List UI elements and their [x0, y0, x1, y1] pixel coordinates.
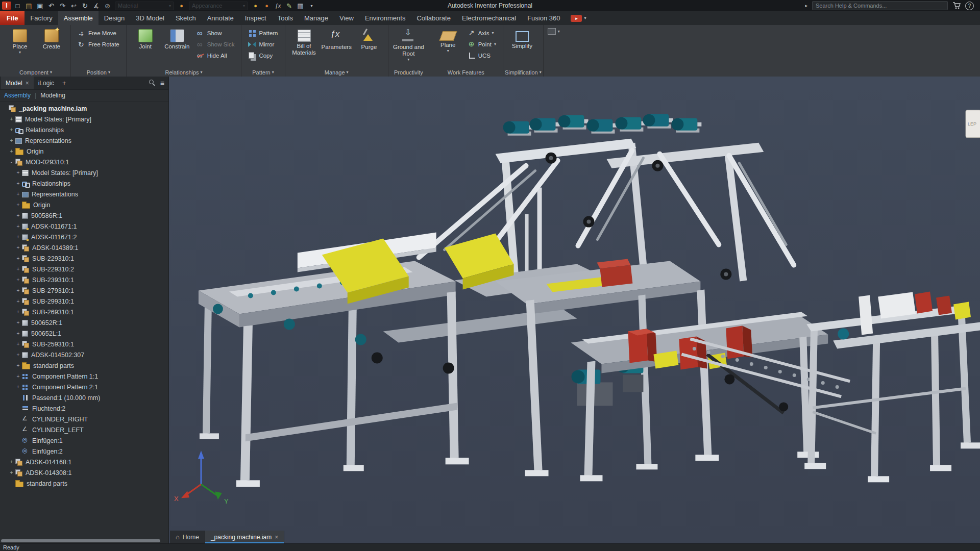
chevron-down-icon[interactable]: ▾: [492, 31, 494, 35]
tree-item-representations[interactable]: +Representations: [0, 189, 168, 199]
panel-footer-relationships[interactable]: Relationships▾: [128, 68, 240, 77]
browser-horizontal-scrollbar[interactable]: [0, 538, 168, 543]
expand-icon[interactable]: +: [15, 223, 21, 229]
panel-footer-pattern[interactable]: Pattern▾: [243, 68, 283, 77]
show-button[interactable]: Show: [193, 28, 238, 38]
close-icon[interactable]: ×: [275, 534, 278, 541]
tree-item-500652r-1[interactable]: +500652R:1: [0, 317, 168, 328]
scrollbar-thumb[interactable]: [1, 539, 160, 542]
appearance-ball-1-icon[interactable]: ●: [251, 1, 260, 10]
expand-icon[interactable]: +: [9, 127, 14, 133]
ribbon-tab-assemble[interactable]: Assemble: [58, 11, 99, 25]
inventor-logo[interactable]: I: [2, 2, 11, 10]
expand-icon[interactable]: +: [15, 234, 21, 240]
tree-item-relationships[interactable]: +Relationships: [0, 124, 168, 135]
save-icon[interactable]: ▣: [35, 1, 45, 10]
chevron-down-icon[interactable]: ▾: [447, 48, 449, 53]
open-file-icon[interactable]: ▤: [24, 1, 34, 10]
tree-item-adsk-011671-1[interactable]: +ADSK-011671:1: [0, 221, 168, 232]
tree-item-500586r-1[interactable]: +500586R:1: [0, 210, 168, 221]
measure-icon[interactable]: ∡: [91, 1, 101, 10]
parameters-button[interactable]: Parameters: [321, 27, 353, 51]
panel-footer-work-features[interactable]: Work Features: [431, 68, 501, 77]
hide-all-button[interactable]: Hide All: [193, 50, 238, 61]
point-button[interactable]: Point▾: [464, 39, 499, 49]
tree-item-component-pattern-1-1[interactable]: +Component Pattern 1:1: [0, 371, 168, 382]
tree-item-sub-279310-1[interactable]: +SUB-279310:1: [0, 285, 168, 296]
tree-item-sub-229310-1[interactable]: +SUB-229310:1: [0, 253, 168, 264]
tree-item-mod-029310-1[interactable]: -MOD-029310:1: [0, 157, 168, 167]
tree-item-passend-1-10-000-mm[interactable]: Passend:1 (10.000 mm): [0, 392, 168, 403]
expand-icon[interactable]: +: [15, 202, 21, 208]
search-expand-icon[interactable]: ▸: [805, 3, 807, 8]
ribbon-tab-fusion-360[interactable]: Fusion 360: [522, 11, 566, 25]
redo-icon[interactable]: ↷: [58, 1, 67, 10]
panel-footer-position[interactable]: Position▾: [72, 68, 125, 77]
tree-item-sub-229310-2[interactable]: +SUB-229310:2: [0, 264, 168, 274]
material-ball-icon[interactable]: ⊘: [103, 1, 112, 10]
expand-icon[interactable]: +: [15, 363, 21, 368]
expand-icon[interactable]: +: [15, 331, 21, 336]
tree-item-adsk-014308-1[interactable]: +ADSK-014308:1: [0, 467, 168, 478]
expand-icon[interactable]: +: [15, 352, 21, 358]
tree-item-origin[interactable]: +Origin: [0, 146, 168, 157]
purge-button[interactable]: Purge: [354, 27, 384, 51]
grid-icon[interactable]: ▦: [296, 1, 305, 10]
expand-icon[interactable]: +: [9, 459, 14, 465]
tree-item-adsk-014389-1[interactable]: +ADSK-014389:1: [0, 242, 168, 253]
ribbon-tab-environments[interactable]: Environments: [359, 11, 411, 25]
tree-item-representations[interactable]: +Representations: [0, 135, 168, 146]
ribbon-tab-manage[interactable]: Manage: [299, 11, 334, 25]
ribbon-tab-3d-model[interactable]: 3D Model: [130, 11, 170, 25]
expand-icon[interactable]: +: [15, 373, 21, 379]
tree-item-adsk-011671-2[interactable]: +ADSK-011671:2: [0, 232, 168, 242]
expand-icon[interactable]: +: [15, 170, 21, 176]
tree-item-adsk-014502-307[interactable]: +ADSK-014502:307: [0, 349, 168, 360]
ribbon-tab-design[interactable]: Design: [99, 11, 130, 25]
collapse-icon[interactable]: -: [9, 159, 14, 165]
ribbon-tab-collaborate[interactable]: Collaborate: [411, 11, 456, 25]
tree-item-cylinder-left[interactable]: CYLINDER_LEFT: [0, 424, 168, 435]
ribbon-tab-view[interactable]: View: [334, 11, 359, 25]
plane-button[interactable]: Plane▾: [433, 27, 463, 53]
tree-item-component-pattern-2-1[interactable]: +Component Pattern 2:1: [0, 382, 168, 392]
mirror-button[interactable]: Mirror: [245, 39, 281, 49]
expand-icon[interactable]: +: [9, 148, 14, 154]
modeling-subtab[interactable]: Modeling: [40, 92, 65, 99]
tree-item-standard-parts[interactable]: standard parts: [0, 478, 168, 489]
help-search-input[interactable]: Search Help & Commands...: [812, 1, 948, 10]
undo-icon[interactable]: ↶: [46, 1, 56, 10]
expand-icon[interactable]: +: [15, 191, 21, 197]
panel-footer-component[interactable]: Component▾: [3, 68, 69, 77]
tree-item-sub-239310-1[interactable]: +SUB-239310:1: [0, 274, 168, 285]
ribbon-tab-inspect[interactable]: Inspect: [239, 11, 272, 25]
tree-item-sub-259310-1[interactable]: +SUB-259310:1: [0, 339, 168, 349]
tree-item-500652l-1[interactable]: +500652L:1: [0, 328, 168, 339]
tree-item-model-states-primary[interactable]: +Model States: [Primary]: [0, 114, 168, 124]
assembly-subtab[interactable]: Assembly: [4, 92, 31, 99]
new-file-icon[interactable]: □: [13, 1, 22, 10]
expand-icon[interactable]: +: [15, 266, 21, 272]
ribbon-tab-electromechanical[interactable]: Electromechanical: [456, 11, 522, 25]
tree-item-cylinder-right[interactable]: CYLINDER_RIGHT: [0, 414, 168, 424]
ribbon-tab-sketch[interactable]: Sketch: [170, 11, 202, 25]
tree-item-sub-299310-1[interactable]: +SUB-299310:1: [0, 296, 168, 307]
chevron-down-icon[interactable]: ▾: [19, 50, 21, 55]
ucs-button[interactable]: UCS: [464, 50, 499, 61]
expand-icon[interactable]: +: [15, 256, 21, 261]
qat-caret-icon[interactable]: ▾: [307, 1, 316, 10]
expand-icon[interactable]: +: [15, 320, 21, 325]
color-sphere-icon[interactable]: ●: [177, 1, 186, 10]
browser-tab-ilogic[interactable]: iLogic: [34, 77, 59, 89]
expand-icon[interactable]: +: [9, 470, 14, 475]
bill-of-materials-button[interactable]: Bill ofMaterials: [289, 27, 320, 56]
expand-icon[interactable]: +: [15, 181, 21, 186]
tree-item-einf-gen-2[interactable]: Einfügen:2: [0, 446, 168, 457]
tree-item-fluchtend-2[interactable]: Fluchtend:2: [0, 403, 168, 414]
panel-footer-productivity[interactable]: Productivity: [390, 68, 427, 77]
panel-footer-manage[interactable]: Manage▾: [287, 68, 386, 77]
pattern-button[interactable]: Pattern: [245, 28, 281, 38]
ribbon-tab-annotate[interactable]: Annotate: [202, 11, 239, 25]
tree-item-origin[interactable]: +Origin: [0, 199, 168, 210]
tree-item-einf-gen-1[interactable]: Einfügen:1: [0, 435, 168, 446]
